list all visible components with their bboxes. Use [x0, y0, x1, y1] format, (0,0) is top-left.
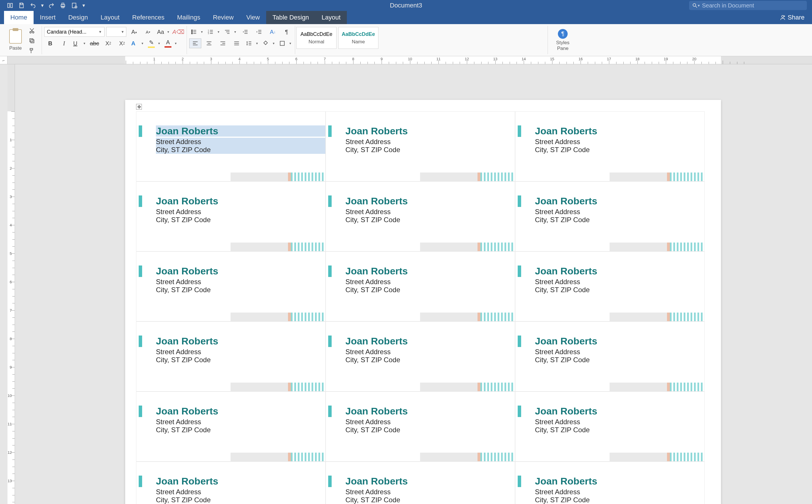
tab-home[interactable]: Home [4, 11, 34, 24]
print-preview-icon[interactable] [70, 2, 79, 9]
subscript-button[interactable]: X2 [102, 38, 114, 48]
horizontal-ruler[interactable]: 1234567891011121314151617181920 [7, 56, 812, 64]
label-address-text[interactable]: Street Address [535, 418, 704, 426]
label-address-text[interactable]: Street Address [535, 208, 704, 216]
label-cell[interactable]: Joan RobertsStreet AddressCity, ST ZIP C… [325, 391, 515, 462]
label-name-text[interactable]: Joan Roberts [535, 336, 704, 347]
label-cell[interactable]: Joan RobertsStreet AddressCity, ST ZIP C… [325, 462, 515, 504]
label-city-text[interactable]: City, ST ZIP Code [535, 426, 704, 434]
label-city-text[interactable]: City, ST ZIP Code [535, 216, 704, 224]
label-cell[interactable]: Joan RobertsStreet AddressCity, ST ZIP C… [515, 181, 705, 251]
undo-icon[interactable] [29, 2, 37, 9]
label-city-text[interactable]: City, ST ZIP Code [156, 216, 325, 224]
label-address-text[interactable]: Street Address [345, 138, 515, 146]
label-address-text[interactable]: Street Address [345, 488, 515, 496]
style-normal[interactable]: AaBbCcDdEe Normal [296, 27, 336, 49]
label-cell[interactable]: Joan RobertsStreet AddressCity, ST ZIP C… [136, 321, 325, 391]
label-cell[interactable]: Joan RobertsStreet AddressCity, ST ZIP C… [515, 111, 705, 181]
label-city-text[interactable]: City, ST ZIP Code [156, 426, 325, 434]
align-right-button[interactable] [217, 38, 229, 48]
multilevel-list-button[interactable]: ▾ [222, 27, 237, 37]
numbering-button[interactable]: 123▾ [206, 27, 221, 37]
label-cell[interactable]: Joan RobertsStreet AddressCity, ST ZIP C… [325, 111, 515, 181]
table-move-handle[interactable]: ✥ [136, 104, 142, 110]
tab-layout[interactable]: Layout [94, 11, 126, 24]
view-mode-icon[interactable] [6, 2, 14, 9]
label-city-text[interactable]: City, ST ZIP Code [535, 286, 704, 294]
tab-insert[interactable]: Insert [34, 11, 62, 24]
label-address-text[interactable]: Street Address [535, 348, 704, 356]
label-cell[interactable]: Joan RobertsStreet AddressCity, ST ZIP C… [136, 111, 325, 181]
label-city-text[interactable]: City, ST ZIP Code [156, 146, 325, 154]
justify-button[interactable] [230, 38, 243, 48]
label-city-text[interactable]: City, ST ZIP Code [345, 146, 515, 154]
tab-view[interactable]: View [240, 11, 266, 24]
qat-customize-icon[interactable]: ▾ [82, 2, 86, 9]
decrease-font-button[interactable]: A▾ [142, 27, 154, 37]
highlight-button[interactable]: ✎▾ [146, 38, 161, 48]
styles-pane-button[interactable]: ¶ Styles Pane [550, 26, 576, 54]
label-cell[interactable]: Joan RobertsStreet AddressCity, ST ZIP C… [136, 251, 325, 321]
tab-table-layout[interactable]: Layout [315, 11, 347, 24]
vertical-ruler[interactable]: 12345678910111213 [7, 64, 15, 504]
change-case-button[interactable]: Aa▾ [156, 27, 170, 37]
label-cell[interactable]: Joan RobertsStreet AddressCity, ST ZIP C… [325, 251, 515, 321]
label-cell[interactable]: Joan RobertsStreet AddressCity, ST ZIP C… [325, 321, 515, 391]
label-city-text[interactable]: City, ST ZIP Code [535, 356, 704, 364]
label-cell[interactable]: Joan RobertsStreet AddressCity, ST ZIP C… [136, 181, 325, 251]
label-cell[interactable]: Joan RobertsStreet AddressCity, ST ZIP C… [325, 181, 515, 251]
label-city-text[interactable]: City, ST ZIP Code [535, 146, 704, 154]
save-icon[interactable] [17, 2, 26, 9]
label-name-text[interactable]: Joan Roberts [535, 265, 704, 277]
label-name-text[interactable]: Joan Roberts [345, 265, 515, 277]
italic-button[interactable]: I [58, 38, 70, 48]
label-name-text[interactable]: Joan Roberts [535, 195, 704, 207]
label-address-text[interactable]: Street Address [156, 488, 325, 496]
share-button[interactable]: Share [777, 11, 807, 24]
label-name-text[interactable]: Joan Roberts [345, 406, 515, 417]
undo-dropdown-icon[interactable]: ▾ [40, 2, 44, 9]
label-name-text[interactable]: Joan Roberts [156, 195, 325, 207]
align-center-button[interactable] [203, 38, 215, 48]
label-address-text[interactable]: Street Address [156, 418, 325, 426]
show-marks-button[interactable]: ¶ [280, 27, 292, 37]
label-cell[interactable]: Joan RobertsStreet AddressCity, ST ZIP C… [515, 321, 705, 391]
label-address-text[interactable]: Street Address [345, 418, 515, 426]
label-city-text[interactable]: City, ST ZIP Code [535, 496, 704, 504]
label-name-text[interactable]: Joan Roberts [156, 476, 325, 487]
tab-review[interactable]: Review [206, 11, 240, 24]
label-cell[interactable]: Joan RobertsStreet AddressCity, ST ZIP C… [515, 462, 705, 504]
label-name-text[interactable]: Joan Roberts [345, 336, 515, 347]
label-city-text[interactable]: City, ST ZIP Code [345, 426, 515, 434]
clear-formatting-button[interactable]: A⌫ [172, 27, 184, 37]
label-cell[interactable]: Joan RobertsStreet AddressCity, ST ZIP C… [136, 462, 325, 504]
label-city-text[interactable]: City, ST ZIP Code [156, 496, 325, 504]
underline-button[interactable]: U▾ [72, 38, 87, 48]
label-city-text[interactable]: City, ST ZIP Code [156, 286, 325, 294]
label-address-text[interactable]: Street Address [156, 138, 325, 146]
label-name-text[interactable]: Joan Roberts [535, 406, 704, 417]
search-box[interactable]: ▾ [689, 1, 807, 10]
document-workspace[interactable]: 12345678910111213 ✥ Joan RobertsStreet A… [7, 64, 812, 504]
font-size-select[interactable]: ▼ [106, 27, 126, 37]
label-address-text[interactable]: Street Address [345, 208, 515, 216]
font-name-select[interactable]: Candara (Head...▼ [44, 27, 104, 37]
label-name-text[interactable]: Joan Roberts [345, 476, 515, 487]
label-cell[interactable]: Joan RobertsStreet AddressCity, ST ZIP C… [515, 391, 705, 462]
label-cell[interactable]: Joan RobertsStreet AddressCity, ST ZIP C… [136, 391, 325, 462]
label-address-text[interactable]: Street Address [156, 278, 325, 286]
search-input[interactable] [702, 2, 804, 9]
style-name[interactable]: AaBbCcDdEe Name [338, 27, 378, 49]
print-icon[interactable] [59, 2, 67, 9]
increase-indent-button[interactable] [253, 27, 265, 37]
label-city-text[interactable]: City, ST ZIP Code [345, 496, 515, 504]
decrease-indent-button[interactable] [239, 27, 251, 37]
copy-button[interactable] [27, 37, 37, 44]
label-city-text[interactable]: City, ST ZIP Code [345, 216, 515, 224]
label-name-text[interactable]: Joan Roberts [156, 125, 325, 137]
label-name-text[interactable]: Joan Roberts [345, 195, 515, 207]
font-color-button[interactable]: A▾ [163, 38, 178, 48]
label-name-text[interactable]: Joan Roberts [156, 265, 325, 277]
align-left-button[interactable] [189, 38, 201, 48]
line-spacing-button[interactable]: ▾ [244, 38, 259, 48]
